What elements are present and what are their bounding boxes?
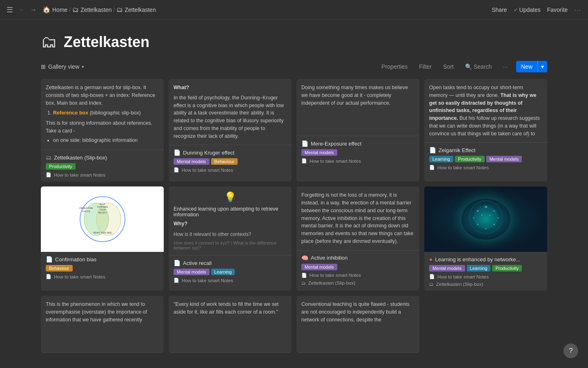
card-preview: This is the phenomenon in which we tend …: [41, 296, 164, 353]
tag-mental-models[interactable]: Mental models: [486, 156, 522, 162]
tag-behaviour[interactable]: Behaviour: [46, 265, 73, 272]
card-meta: 🗂 Zettelkasten (Slip-box) Productivity 📄…: [41, 150, 164, 182]
card-learning-networked[interactable]: ● Learning is enhanced by networke... Me…: [424, 186, 547, 291]
search-button[interactable]: 🔍 Search: [462, 62, 495, 72]
card-title: Mere-Exposure effect: [311, 141, 361, 147]
card-active-recall[interactable]: 💡 Enhanced learning upon attempting to r…: [169, 186, 292, 291]
breadcrumb-zettelkasten2-label: Zettelkasten: [125, 7, 156, 13]
sort-button[interactable]: Sort: [440, 62, 457, 72]
svg-point-16: [493, 224, 495, 225]
list-highlight: Reference box: [53, 110, 88, 116]
favorite-button[interactable]: Favorite: [547, 7, 568, 13]
svg-text:WHAT: WHAT: [99, 203, 105, 205]
card-preview: "Every kind of work tends to fill the ti…: [169, 296, 292, 353]
recall-subheading: Why?: [174, 221, 287, 227]
card-title-row: 📄 Active recall: [174, 260, 287, 266]
view-chevron-icon: ▾: [82, 64, 84, 70]
gallery-grid: Zettelkasten is a german word for slip-b…: [41, 79, 547, 361]
breadcrumb-zettelkasten1[interactable]: 🗂 Zettelkasten: [72, 6, 111, 13]
card-meta: 🧠 Active inhibition Mental models 📄 How …: [296, 251, 419, 289]
breadcrumb-zettelkasten2[interactable]: 🗂 Zettelkasten: [116, 6, 156, 13]
share-button[interactable]: Share: [492, 7, 507, 13]
preview-text: Zettelkasten is a german word for slip-b…: [46, 85, 155, 106]
tag-mental-models[interactable]: Mental models: [301, 264, 337, 270]
more-toolbar-button[interactable]: ···: [500, 62, 511, 72]
tag-mental-models[interactable]: Mental models: [174, 158, 209, 165]
preview-text: Conventional teaching is quite flawed - …: [301, 301, 410, 323]
help-button[interactable]: ?: [564, 343, 578, 358]
source-label: How to take smart Notes: [310, 273, 361, 278]
breadcrumb-home[interactable]: 🏠 Home: [42, 6, 67, 13]
card-conventional-teaching[interactable]: Conventional teaching is quite flawed - …: [296, 296, 419, 353]
lightbulb-icon: 💡: [174, 191, 287, 203]
card-title: Zettelkasten (Slip-box): [54, 155, 107, 161]
card-tags: Mental models Learning: [174, 269, 287, 275]
card-confirmation-bias[interactable]: OBJECTIVE FACTS WHAT CONFIRMS YOUR BELIE…: [41, 186, 164, 291]
card-venn-image: OBJECTIVE FACTS WHAT CONFIRMS YOUR BELIE…: [41, 186, 164, 252]
tag-learning[interactable]: Learning: [467, 265, 491, 272]
toolbar: ⊞ Gallery view ▾ Properties Filter Sort …: [0, 58, 588, 76]
card-title-icon: 📄: [301, 140, 308, 147]
breadcrumb-home-label: Home: [52, 7, 67, 13]
page-icon: 🗂: [41, 33, 57, 51]
new-button[interactable]: New ▾: [516, 61, 547, 72]
card-tags: Mental models: [301, 264, 414, 270]
card-tags: Productivity: [46, 163, 159, 170]
properties-button[interactable]: Properties: [378, 62, 411, 72]
svg-text:CONFIRMS: CONFIRMS: [97, 206, 108, 208]
card-recall-preview: 💡 Enhanced learning upon attempting to r…: [169, 186, 292, 256]
card-title: Active recall: [183, 260, 212, 266]
nav-arrows: ← →: [17, 5, 38, 14]
new-button-arrow[interactable]: ▾: [537, 61, 547, 72]
source-label: How to take smart Notes: [54, 173, 105, 177]
recall-question: How is it relevant to other contexts?: [174, 231, 287, 237]
tag-learning[interactable]: Learning: [429, 156, 453, 162]
search-label: Search: [474, 63, 492, 70]
preview-text: Forgetting is not the loss of a memory, …: [301, 192, 413, 244]
toolbar-right: Properties Filter Sort 🔍 Search ··· New …: [378, 61, 547, 72]
source-icon: 📄: [429, 165, 435, 170]
card-title: Dunning Kruger effect: [183, 150, 234, 156]
card-title: Confirmation bias: [55, 256, 96, 263]
brain-icon: 🧠: [301, 255, 308, 261]
card-title-row: 📄 Confirmation bias: [46, 256, 159, 263]
checkmark-icon: ✓: [514, 7, 518, 13]
card-dunning-kruger[interactable]: What? In the field of psychology, the Du…: [169, 79, 292, 182]
card-preview: What? In the field of psychology, the Du…: [169, 79, 292, 145]
more-options-button[interactable]: ···: [574, 7, 581, 13]
source-label: How to take smart Notes: [437, 274, 489, 279]
top-bar-left: ☰ ← → 🏠 Home / 🗂 Zettelkasten / 🗂 Zettel…: [7, 5, 156, 14]
card-zettelkasten[interactable]: Zettelkasten is a german word for slip-b…: [41, 79, 164, 182]
view-icon: ⊞: [41, 63, 46, 70]
source-icon: 📄: [429, 274, 435, 279]
tag-learning[interactable]: Learning: [211, 269, 235, 275]
tag-productivity[interactable]: Productivity: [492, 265, 522, 272]
tag-mental-models[interactable]: Mental models: [174, 269, 209, 275]
svg-text:OBJECTIVE: OBJECTIVE: [79, 207, 93, 209]
card-active-inhibition[interactable]: Forgetting is not the loss of a memory, …: [296, 186, 419, 291]
top-bar: ☰ ← → 🏠 Home / 🗂 Zettelkasten / 🗂 Zettel…: [0, 0, 588, 20]
card-mere-exposure[interactable]: Doing something many times makes us beli…: [296, 79, 419, 182]
filter-button[interactable]: Filter: [416, 62, 435, 72]
home-icon: 🏠: [42, 6, 51, 13]
card-source-row: 📄 How to take smart Notes: [429, 165, 542, 170]
bullet-text: on one side: bibliographic information: [53, 137, 159, 144]
forward-arrow[interactable]: →: [29, 5, 38, 14]
card-quote[interactable]: "Every kind of work tends to fill the ti…: [169, 296, 292, 353]
gallery-view-toggle[interactable]: ⊞ Gallery view ▾: [41, 63, 84, 70]
card-zeigarnik[interactable]: Open tasks tend to occupy our short-term…: [424, 79, 547, 182]
updates-button[interactable]: ✓ Updates: [514, 7, 541, 13]
tag-productivity[interactable]: Productivity: [455, 156, 485, 162]
new-button-label: New: [516, 61, 537, 72]
hamburger-icon[interactable]: ☰: [7, 5, 13, 14]
svg-point-17: [485, 228, 486, 229]
tag-mental-models[interactable]: Mental models: [429, 265, 465, 272]
tag-productivity[interactable]: Productivity: [46, 163, 76, 170]
card-title-row: ● Learning is enhanced by networke...: [429, 256, 542, 263]
card-title-icon: 📄: [174, 149, 180, 156]
back-arrow[interactable]: ←: [17, 5, 27, 14]
source-icon-2: 🗂: [429, 282, 434, 287]
card-recency-bias[interactable]: This is the phenomenon in which we tend …: [41, 296, 164, 353]
tag-behaviour[interactable]: Behaviour: [211, 158, 238, 165]
tag-mental-models[interactable]: Mental models: [301, 149, 337, 156]
